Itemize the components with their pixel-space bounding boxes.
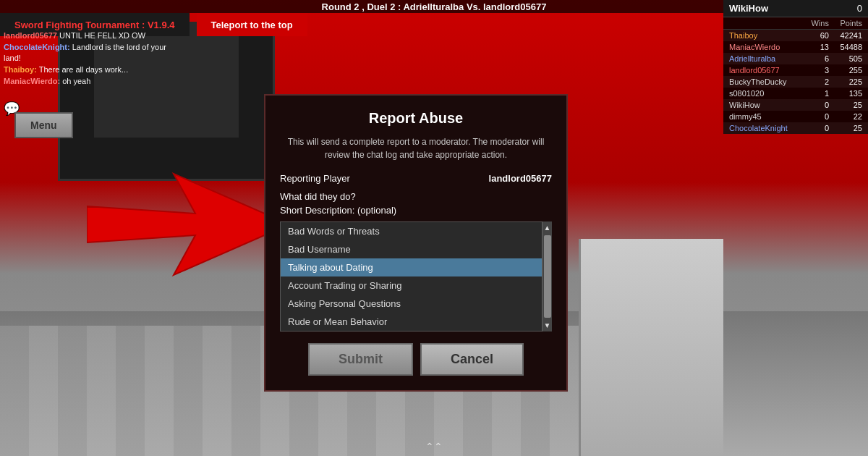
dropdown-item-2[interactable]: Talking about Dating: [281, 258, 551, 276]
submit-button[interactable]: Submit: [308, 343, 413, 376]
modal-description: This will send a complete report to a mo…: [280, 135, 552, 161]
dropdown-item-4[interactable]: Asking Personal Questions: [281, 295, 551, 313]
reporting-player-value: landlord05677: [489, 173, 552, 184]
dropdown-item-1[interactable]: Bad Username: [281, 240, 551, 258]
modal-overlay: Report Abuse This will send a complete r…: [0, 0, 868, 456]
modal-title: Report Abuse: [280, 110, 552, 127]
modal-buttons: Submit Cancel: [280, 343, 552, 376]
dropdown-item-0[interactable]: Bad Words or Threats: [281, 222, 551, 240]
short-desc-field: Short Description: (optional): [280, 205, 552, 216]
dropdown-scrollbar[interactable]: ▲ ▼: [542, 221, 552, 332]
what-did-field: What did they do?: [280, 191, 552, 202]
abuse-type-dropdown[interactable]: Bad Words or Threats Bad Username Talkin…: [280, 221, 552, 332]
dropdown-item-3[interactable]: Account Trading or Sharing: [281, 276, 551, 295]
scrollbar-up-arrow[interactable]: ▲: [542, 221, 553, 234]
reporting-player-label: Reporting Player: [280, 173, 350, 184]
scrollbar-down-arrow[interactable]: ▼: [542, 319, 553, 332]
report-abuse-modal: Report Abuse This will send a complete r…: [264, 94, 568, 392]
cancel-button[interactable]: Cancel: [420, 343, 524, 376]
short-desc-label: Short Description: (optional): [280, 205, 396, 216]
dropdown-item-5[interactable]: Rude or Mean Behavior: [281, 313, 551, 331]
what-did-label: What did they do?: [280, 191, 356, 202]
scrollbar-thumb[interactable]: [544, 235, 551, 318]
dropdown-list[interactable]: Bad Words or Threats Bad Username Talkin…: [280, 221, 552, 332]
reporting-player-field: Reporting Player landlord05677: [280, 173, 552, 184]
